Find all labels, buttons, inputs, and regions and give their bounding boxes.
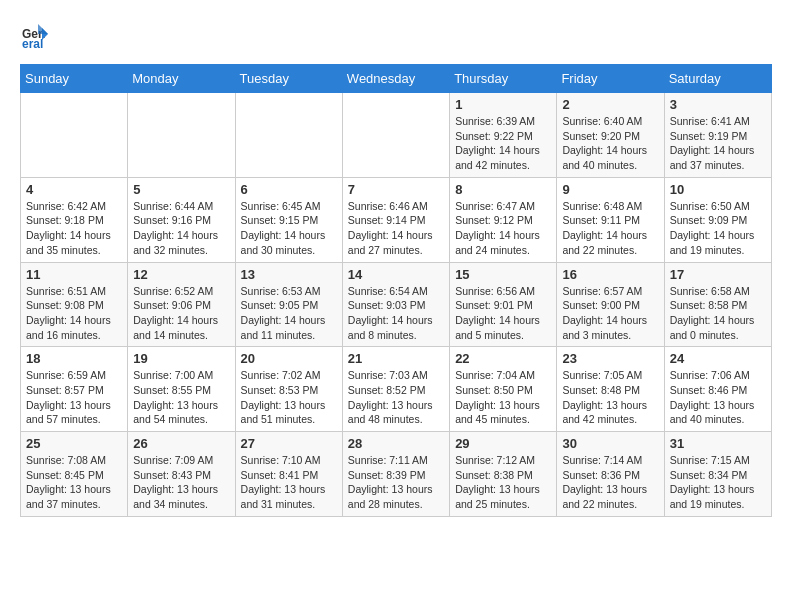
day-info: Sunrise: 6:40 AM Sunset: 9:20 PM Dayligh… <box>562 114 658 173</box>
calendar-cell: 25Sunrise: 7:08 AM Sunset: 8:45 PM Dayli… <box>21 432 128 517</box>
column-header-friday: Friday <box>557 65 664 93</box>
day-number: 24 <box>670 351 766 366</box>
day-info: Sunrise: 6:50 AM Sunset: 9:09 PM Dayligh… <box>670 199 766 258</box>
day-number: 20 <box>241 351 337 366</box>
day-info: Sunrise: 7:06 AM Sunset: 8:46 PM Dayligh… <box>670 368 766 427</box>
day-number: 25 <box>26 436 122 451</box>
calendar-cell: 29Sunrise: 7:12 AM Sunset: 8:38 PM Dayli… <box>450 432 557 517</box>
day-info: Sunrise: 7:00 AM Sunset: 8:55 PM Dayligh… <box>133 368 229 427</box>
day-info: Sunrise: 7:08 AM Sunset: 8:45 PM Dayligh… <box>26 453 122 512</box>
calendar-cell <box>235 93 342 178</box>
calendar-cell: 15Sunrise: 6:56 AM Sunset: 9:01 PM Dayli… <box>450 262 557 347</box>
day-number: 1 <box>455 97 551 112</box>
day-info: Sunrise: 7:02 AM Sunset: 8:53 PM Dayligh… <box>241 368 337 427</box>
day-info: Sunrise: 6:47 AM Sunset: 9:12 PM Dayligh… <box>455 199 551 258</box>
calendar-cell: 31Sunrise: 7:15 AM Sunset: 8:34 PM Dayli… <box>664 432 771 517</box>
day-info: Sunrise: 7:14 AM Sunset: 8:36 PM Dayligh… <box>562 453 658 512</box>
page-header: Gen eral <box>20 20 772 48</box>
svg-text:eral: eral <box>22 37 43 48</box>
day-info: Sunrise: 6:53 AM Sunset: 9:05 PM Dayligh… <box>241 284 337 343</box>
calendar-week-row: 18Sunrise: 6:59 AM Sunset: 8:57 PM Dayli… <box>21 347 772 432</box>
day-number: 4 <box>26 182 122 197</box>
logo: Gen eral <box>20 20 52 48</box>
calendar-table: SundayMondayTuesdayWednesdayThursdayFrid… <box>20 64 772 517</box>
day-number: 7 <box>348 182 444 197</box>
day-number: 10 <box>670 182 766 197</box>
day-number: 17 <box>670 267 766 282</box>
day-info: Sunrise: 7:15 AM Sunset: 8:34 PM Dayligh… <box>670 453 766 512</box>
day-number: 2 <box>562 97 658 112</box>
calendar-cell: 27Sunrise: 7:10 AM Sunset: 8:41 PM Dayli… <box>235 432 342 517</box>
column-header-thursday: Thursday <box>450 65 557 93</box>
calendar-week-row: 25Sunrise: 7:08 AM Sunset: 8:45 PM Dayli… <box>21 432 772 517</box>
calendar-cell: 9Sunrise: 6:48 AM Sunset: 9:11 PM Daylig… <box>557 177 664 262</box>
day-info: Sunrise: 7:09 AM Sunset: 8:43 PM Dayligh… <box>133 453 229 512</box>
day-info: Sunrise: 7:12 AM Sunset: 8:38 PM Dayligh… <box>455 453 551 512</box>
day-info: Sunrise: 6:44 AM Sunset: 9:16 PM Dayligh… <box>133 199 229 258</box>
calendar-cell <box>21 93 128 178</box>
calendar-cell: 30Sunrise: 7:14 AM Sunset: 8:36 PM Dayli… <box>557 432 664 517</box>
calendar-cell: 14Sunrise: 6:54 AM Sunset: 9:03 PM Dayli… <box>342 262 449 347</box>
calendar-cell: 23Sunrise: 7:05 AM Sunset: 8:48 PM Dayli… <box>557 347 664 432</box>
calendar-week-row: 1Sunrise: 6:39 AM Sunset: 9:22 PM Daylig… <box>21 93 772 178</box>
calendar-header-row: SundayMondayTuesdayWednesdayThursdayFrid… <box>21 65 772 93</box>
calendar-cell: 18Sunrise: 6:59 AM Sunset: 8:57 PM Dayli… <box>21 347 128 432</box>
calendar-cell: 8Sunrise: 6:47 AM Sunset: 9:12 PM Daylig… <box>450 177 557 262</box>
day-number: 9 <box>562 182 658 197</box>
day-number: 13 <box>241 267 337 282</box>
day-number: 15 <box>455 267 551 282</box>
calendar-cell: 20Sunrise: 7:02 AM Sunset: 8:53 PM Dayli… <box>235 347 342 432</box>
calendar-cell: 16Sunrise: 6:57 AM Sunset: 9:00 PM Dayli… <box>557 262 664 347</box>
day-number: 6 <box>241 182 337 197</box>
day-number: 11 <box>26 267 122 282</box>
day-info: Sunrise: 6:54 AM Sunset: 9:03 PM Dayligh… <box>348 284 444 343</box>
day-number: 23 <box>562 351 658 366</box>
day-info: Sunrise: 6:56 AM Sunset: 9:01 PM Dayligh… <box>455 284 551 343</box>
calendar-cell <box>128 93 235 178</box>
column-header-tuesday: Tuesday <box>235 65 342 93</box>
day-number: 31 <box>670 436 766 451</box>
day-info: Sunrise: 6:45 AM Sunset: 9:15 PM Dayligh… <box>241 199 337 258</box>
calendar-cell: 21Sunrise: 7:03 AM Sunset: 8:52 PM Dayli… <box>342 347 449 432</box>
calendar-cell: 22Sunrise: 7:04 AM Sunset: 8:50 PM Dayli… <box>450 347 557 432</box>
day-number: 21 <box>348 351 444 366</box>
logo-icon: Gen eral <box>20 20 48 48</box>
calendar-cell: 10Sunrise: 6:50 AM Sunset: 9:09 PM Dayli… <box>664 177 771 262</box>
day-number: 8 <box>455 182 551 197</box>
day-number: 5 <box>133 182 229 197</box>
column-header-sunday: Sunday <box>21 65 128 93</box>
day-number: 14 <box>348 267 444 282</box>
day-info: Sunrise: 6:39 AM Sunset: 9:22 PM Dayligh… <box>455 114 551 173</box>
day-info: Sunrise: 6:48 AM Sunset: 9:11 PM Dayligh… <box>562 199 658 258</box>
calendar-cell: 3Sunrise: 6:41 AM Sunset: 9:19 PM Daylig… <box>664 93 771 178</box>
column-header-monday: Monday <box>128 65 235 93</box>
day-number: 22 <box>455 351 551 366</box>
day-info: Sunrise: 6:41 AM Sunset: 9:19 PM Dayligh… <box>670 114 766 173</box>
day-info: Sunrise: 7:10 AM Sunset: 8:41 PM Dayligh… <box>241 453 337 512</box>
calendar-cell: 24Sunrise: 7:06 AM Sunset: 8:46 PM Dayli… <box>664 347 771 432</box>
day-number: 19 <box>133 351 229 366</box>
day-number: 18 <box>26 351 122 366</box>
day-number: 26 <box>133 436 229 451</box>
calendar-cell: 2Sunrise: 6:40 AM Sunset: 9:20 PM Daylig… <box>557 93 664 178</box>
calendar-cell: 13Sunrise: 6:53 AM Sunset: 9:05 PM Dayli… <box>235 262 342 347</box>
day-info: Sunrise: 6:52 AM Sunset: 9:06 PM Dayligh… <box>133 284 229 343</box>
calendar-cell: 12Sunrise: 6:52 AM Sunset: 9:06 PM Dayli… <box>128 262 235 347</box>
day-info: Sunrise: 7:04 AM Sunset: 8:50 PM Dayligh… <box>455 368 551 427</box>
calendar-cell: 7Sunrise: 6:46 AM Sunset: 9:14 PM Daylig… <box>342 177 449 262</box>
day-info: Sunrise: 6:51 AM Sunset: 9:08 PM Dayligh… <box>26 284 122 343</box>
calendar-cell <box>342 93 449 178</box>
day-info: Sunrise: 6:46 AM Sunset: 9:14 PM Dayligh… <box>348 199 444 258</box>
column-header-wednesday: Wednesday <box>342 65 449 93</box>
calendar-week-row: 11Sunrise: 6:51 AM Sunset: 9:08 PM Dayli… <box>21 262 772 347</box>
day-number: 28 <box>348 436 444 451</box>
day-number: 16 <box>562 267 658 282</box>
day-info: Sunrise: 6:59 AM Sunset: 8:57 PM Dayligh… <box>26 368 122 427</box>
day-info: Sunrise: 6:57 AM Sunset: 9:00 PM Dayligh… <box>562 284 658 343</box>
calendar-week-row: 4Sunrise: 6:42 AM Sunset: 9:18 PM Daylig… <box>21 177 772 262</box>
calendar-cell: 19Sunrise: 7:00 AM Sunset: 8:55 PM Dayli… <box>128 347 235 432</box>
calendar-cell: 17Sunrise: 6:58 AM Sunset: 8:58 PM Dayli… <box>664 262 771 347</box>
calendar-cell: 5Sunrise: 6:44 AM Sunset: 9:16 PM Daylig… <box>128 177 235 262</box>
day-info: Sunrise: 6:42 AM Sunset: 9:18 PM Dayligh… <box>26 199 122 258</box>
calendar-cell: 1Sunrise: 6:39 AM Sunset: 9:22 PM Daylig… <box>450 93 557 178</box>
